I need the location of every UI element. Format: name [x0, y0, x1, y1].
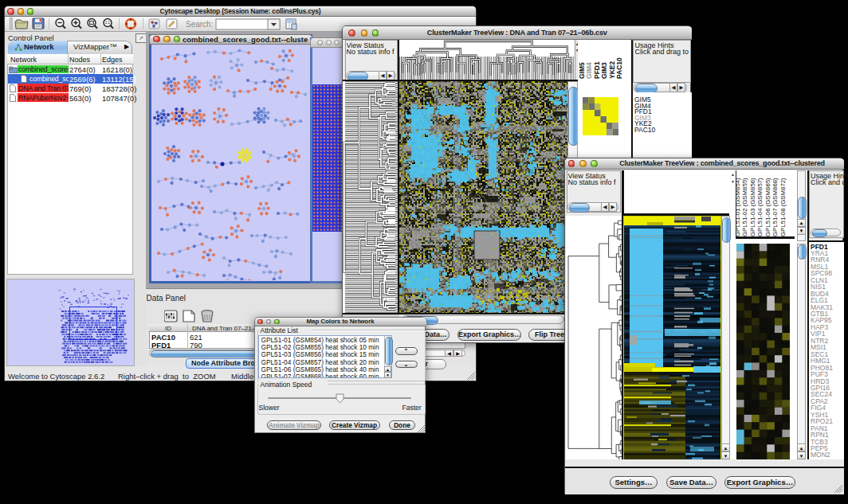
svg-text:GPL51-02 (GSM855): GPL51-02 (GSM855) [741, 178, 748, 236]
svg-text:PAC10: PAC10 [615, 57, 623, 79]
svg-text:GPL51-06 (GSM865): GPL51-06 (GSM865) [764, 178, 771, 236]
svg-text:GPL51-03 (GSM856): GPL51-03 (GSM856) [749, 178, 756, 236]
svg-text:GIM4: GIM4 [585, 62, 593, 79]
svg-text:GIM3: GIM3 [600, 62, 608, 79]
svg-text:1:1: 1:1 [105, 21, 111, 25]
svg-text:GPL51-07 (GSM868): GPL51-07 (GSM868) [771, 178, 779, 236]
svg-text:Search:: Search: [186, 20, 213, 29]
svg-text:PFD1: PFD1 [593, 61, 601, 79]
svg-text:YKE2: YKE2 [608, 61, 616, 79]
svg-text:GPL51-04 (GSM857): GPL51-04 (GSM857) [756, 178, 764, 236]
svg-text:GPL51-01 (GSM854): GPL51-01 (GSM854) [736, 178, 741, 236]
svg-text:GPL51-08 (GSM872): GPL51-08 (GSM872) [779, 178, 787, 236]
